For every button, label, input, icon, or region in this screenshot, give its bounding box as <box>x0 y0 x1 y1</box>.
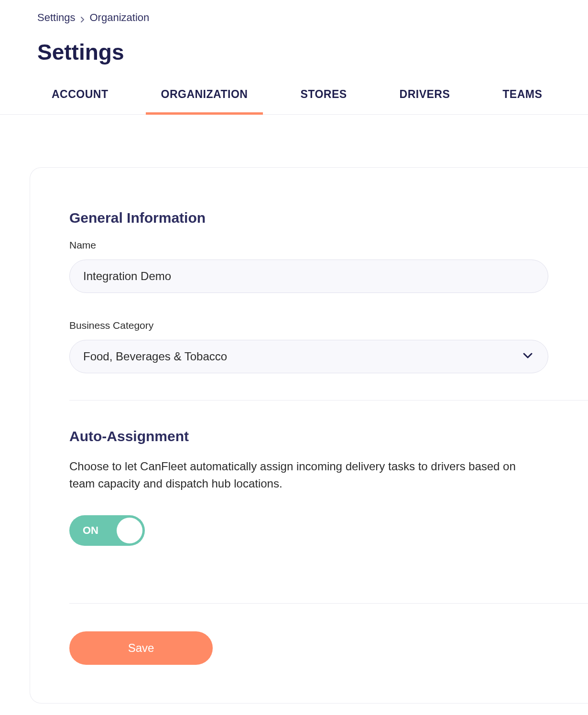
divider <box>69 603 588 604</box>
save-button[interactable]: Save <box>69 631 213 665</box>
chevron-right-icon <box>80 16 85 23</box>
tab-stores[interactable]: STORES <box>300 88 347 114</box>
category-value: Food, Beverages & Tobacco <box>83 350 227 363</box>
breadcrumb-root[interactable]: Settings <box>37 11 76 24</box>
tab-teams[interactable]: TEAMS <box>502 88 542 114</box>
tab-drivers[interactable]: DRIVERS <box>400 88 450 114</box>
name-input[interactable] <box>69 260 548 293</box>
tab-organization[interactable]: ORGANIZATION <box>161 88 248 114</box>
breadcrumb: Settings Organization <box>0 11 588 24</box>
auto-assignment-title: Auto-Assignment <box>69 428 588 444</box>
name-label: Name <box>69 239 588 251</box>
toggle-knob <box>117 518 142 543</box>
breadcrumb-current: Organization <box>90 11 150 24</box>
auto-assignment-description: Choose to let CanFleet automatically ass… <box>69 458 543 492</box>
page-title: Settings <box>0 39 588 65</box>
tab-account[interactable]: ACCOUNT <box>52 88 109 114</box>
bottom-section: Save <box>69 603 588 665</box>
tabs: ACCOUNT ORGANIZATION STORES DRIVERS TEAM… <box>0 88 588 115</box>
toggle-label: ON <box>83 524 98 537</box>
category-select-wrapper: Food, Beverages & Tobacco <box>69 340 548 373</box>
general-section-title: General Information <box>69 210 588 226</box>
name-field-group: Name <box>69 239 588 293</box>
category-label: Business Category <box>69 320 588 331</box>
category-select[interactable]: Food, Beverages & Tobacco <box>69 340 548 373</box>
category-field-group: Business Category Food, Beverages & Toba… <box>69 320 588 373</box>
content-card: General Information Name Business Catego… <box>30 167 588 704</box>
divider <box>69 400 588 401</box>
auto-assignment-toggle[interactable]: ON <box>69 515 145 546</box>
